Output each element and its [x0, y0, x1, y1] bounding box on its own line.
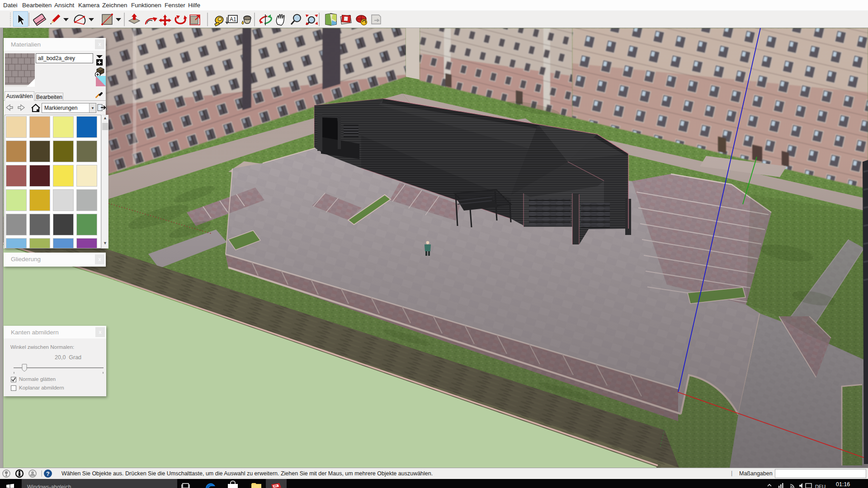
svg-text:?: ? [46, 471, 50, 477]
svg-text:A1: A1 [230, 16, 236, 23]
